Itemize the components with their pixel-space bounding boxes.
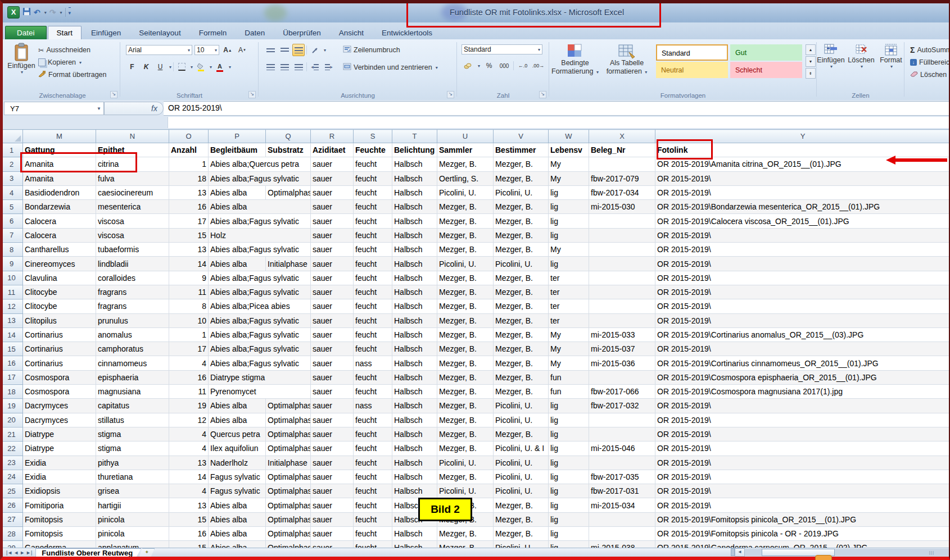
cell[interactable]: sauer — [311, 171, 354, 185]
cell[interactable]: viscosa — [96, 228, 169, 242]
conditional-formatting-button[interactable]: Bedingte Formatierung ▾ — [549, 42, 601, 76]
scroll-left-icon[interactable]: ◄ — [735, 548, 745, 557]
cell[interactable]: lig — [549, 441, 589, 456]
cell[interactable]: sauer — [311, 271, 354, 285]
cell[interactable]: Mezger, B. — [437, 413, 494, 427]
cell[interactable] — [589, 228, 655, 242]
delete-cells-button[interactable]: Löschen▾ — [847, 43, 875, 69]
cell[interactable]: Fagus sylvatic — [209, 484, 266, 498]
cell[interactable]: Exidia — [23, 470, 96, 484]
align-center-button[interactable] — [278, 61, 291, 73]
cell[interactable]: Cinereomyces — [23, 257, 96, 271]
cell[interactable]: Halbsch — [392, 271, 437, 285]
align-bottom-button[interactable] — [292, 44, 305, 56]
tab-ansicht[interactable]: Ansicht — [331, 26, 372, 39]
column-header-T[interactable]: T — [392, 130, 437, 143]
row-number[interactable]: 12 — [1, 299, 23, 313]
cell[interactable]: Halbsch — [392, 427, 437, 441]
cell[interactable]: lig — [549, 470, 589, 484]
cell[interactable]: Abies alba;Fagus sylvatic — [209, 356, 311, 370]
insert-cells-button[interactable]: Einfügen▾ — [817, 43, 845, 69]
cell[interactable]: sauer — [311, 299, 354, 313]
cell[interactable]: 14 — [169, 470, 209, 484]
header-cell[interactable]: Aziditaet — [311, 143, 354, 157]
decrease-decimal-button[interactable]: .00→ — [532, 60, 545, 72]
cell[interactable]: feucht — [354, 327, 392, 342]
row-number[interactable]: 18 — [1, 385, 23, 399]
cell[interactable]: sauer — [311, 413, 354, 427]
cell[interactable]: pinicola — [96, 527, 169, 541]
tab-datei[interactable]: Datei — [5, 26, 47, 39]
cell[interactable]: Abies alba — [209, 399, 266, 413]
cell[interactable]: fulva — [96, 171, 169, 185]
cell[interactable]: feucht — [354, 200, 392, 214]
cell[interactable]: feucht — [354, 243, 392, 257]
cell[interactable]: Halbsch — [392, 399, 437, 413]
cell[interactable]: 18 — [169, 171, 209, 185]
cell[interactable]: Halbsch — [392, 257, 437, 271]
cell[interactable]: OR 2015-2019\ — [655, 271, 950, 285]
cell[interactable]: Mezger, B. — [494, 157, 549, 171]
cell[interactable]: OR 2015-2019\Cosmospora magnusiana 2017(… — [655, 385, 950, 399]
row-number[interactable]: 5 — [1, 200, 23, 214]
cell[interactable]: Ganoderma — [23, 541, 96, 548]
tab-seitenlayout[interactable]: Seitenlayout — [130, 26, 189, 39]
cell[interactable]: lig — [549, 541, 589, 548]
fill-button[interactable]: ↓Füllbereich▾ — [910, 56, 950, 69]
cell[interactable] — [589, 413, 655, 427]
cell[interactable]: Naderlholz — [209, 456, 266, 470]
cell[interactable]: Quercus petra — [209, 427, 266, 441]
cell[interactable]: sauer — [311, 185, 354, 199]
excel-logo-icon[interactable]: X — [7, 6, 20, 19]
cell[interactable]: OR 2015-2019\Cosmospora episphaeria_OR_2… — [655, 370, 950, 384]
cell[interactable]: Diatrype — [23, 441, 96, 456]
cell[interactable]: Basidiodendron — [23, 185, 96, 199]
cell[interactable]: 13 — [169, 498, 209, 512]
cell[interactable]: lindbladii — [96, 257, 169, 271]
cell[interactable]: feucht — [354, 512, 392, 526]
redo-icon[interactable]: ↷ — [49, 7, 56, 17]
cell[interactable]: sauer — [311, 243, 354, 257]
cell[interactable]: Initialphase — [266, 456, 311, 470]
cell[interactable]: Picolini, U. — [494, 470, 549, 484]
header-cell[interactable]: Epithet — [96, 143, 169, 157]
cell[interactable]: OR 2015-2019\Cortinarius anomalus_OR_201… — [655, 327, 950, 342]
row-number[interactable]: 4 — [1, 185, 23, 199]
cell[interactable]: feucht — [354, 185, 392, 199]
cell[interactable]: sauer — [311, 427, 354, 441]
cell[interactable]: Halbsch — [392, 171, 437, 185]
cell[interactable]: Mezger, B. — [437, 157, 494, 171]
cell[interactable]: Cantharellus — [23, 243, 96, 257]
cell[interactable]: Optimalphase — [266, 399, 311, 413]
column-header-Y[interactable]: Y — [655, 130, 950, 143]
font-dialog-launcher-icon[interactable]: ↘ — [248, 91, 256, 98]
cell[interactable]: ter — [549, 285, 589, 299]
cell[interactable]: 4 — [169, 441, 209, 456]
cell[interactable]: Halbsch — [392, 370, 437, 384]
cell[interactable]: episphaeria — [96, 370, 169, 384]
cell[interactable]: Abies alba — [209, 512, 266, 526]
cell[interactable]: sauer — [311, 342, 354, 356]
prev-sheet-icon[interactable]: ◄ — [13, 550, 19, 556]
align-right-button[interactable] — [292, 61, 305, 73]
namebox-dropdown-icon[interactable]: ▼ — [97, 106, 101, 111]
cell[interactable]: OR 2015-2019\ — [655, 441, 950, 456]
cell[interactable]: 4 — [169, 356, 209, 370]
cell[interactable] — [589, 512, 655, 526]
cell[interactable]: fbw-2017-034 — [589, 185, 655, 199]
cell[interactable]: OR 2015-2019\ — [655, 342, 950, 356]
wrap-text-button[interactable]: Zeilenumbruch — [343, 44, 438, 56]
cell[interactable]: mi-2015-034 — [589, 498, 655, 512]
customize-qat-icon[interactable]: ▾ — [69, 7, 71, 18]
cell[interactable]: Halbsch — [392, 299, 437, 313]
cell[interactable]: Mezger, B. — [494, 200, 549, 214]
cell[interactable]: lig — [549, 185, 589, 199]
tab-daten[interactable]: Daten — [236, 26, 273, 39]
cell[interactable]: Halbsch — [392, 541, 437, 548]
cell[interactable]: nass — [354, 399, 392, 413]
row-number[interactable]: 22 — [1, 441, 23, 456]
orientation-dropdown-icon[interactable]: ▾ — [324, 48, 326, 53]
cell[interactable]: capitatus — [96, 399, 169, 413]
cell[interactable]: Mezger, B. — [494, 271, 549, 285]
cell[interactable] — [589, 456, 655, 470]
